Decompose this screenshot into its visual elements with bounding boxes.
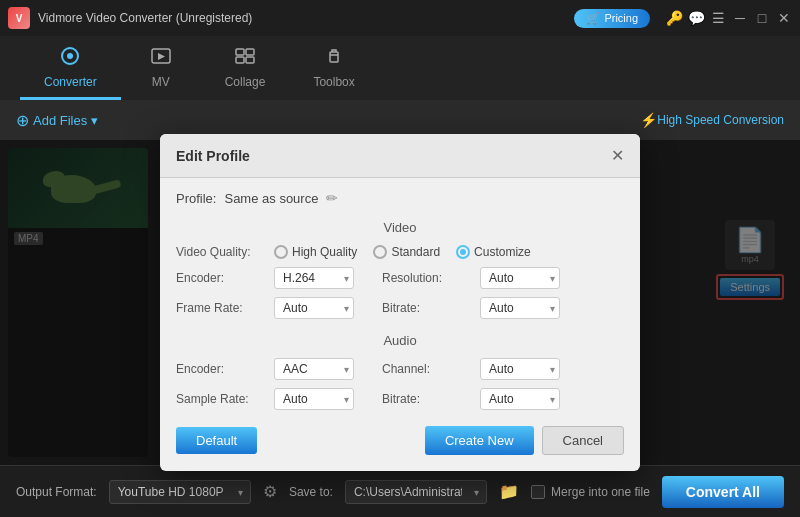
chat-icon-btn[interactable]: 💬 bbox=[688, 10, 704, 26]
edit-icon[interactable]: ✏ bbox=[326, 190, 338, 206]
audio-bitrate-select-wrapper: Auto bbox=[480, 388, 560, 410]
video-bitrate-select[interactable]: Auto bbox=[480, 297, 560, 319]
key-icon-btn[interactable]: 🔑 bbox=[666, 10, 682, 26]
standard-label: Standard bbox=[391, 245, 440, 259]
customize-option[interactable]: Customize bbox=[456, 245, 531, 259]
close-button[interactable]: ✕ bbox=[776, 10, 792, 26]
channel-select-wrapper: Auto bbox=[480, 358, 560, 380]
tab-mv[interactable]: MV bbox=[121, 38, 201, 100]
high-speed-button[interactable]: High Speed Conversion bbox=[657, 113, 784, 127]
app-logo: V bbox=[8, 7, 30, 29]
save-to-select-wrapper: C:\Users\Administrator\Desktop bbox=[345, 480, 487, 504]
modal-footer: Default Create New Cancel bbox=[176, 426, 624, 455]
mv-icon bbox=[150, 46, 172, 71]
resolution-select[interactable]: Auto bbox=[480, 267, 560, 289]
quality-label: Video Quality: bbox=[176, 245, 266, 259]
standard-radio[interactable] bbox=[373, 245, 387, 259]
high-quality-option[interactable]: High Quality bbox=[274, 245, 357, 259]
modal-close-button[interactable]: ✕ bbox=[611, 146, 624, 165]
toolbar-right: ⚡ High Speed Conversion bbox=[640, 112, 784, 128]
high-quality-radio[interactable] bbox=[274, 245, 288, 259]
plus-icon: ⊕ bbox=[16, 111, 29, 130]
framerate-select[interactable]: Auto bbox=[274, 297, 354, 319]
toolbox-label: Toolbox bbox=[313, 75, 354, 89]
video-bitrate-label: Bitrate: bbox=[382, 301, 472, 315]
merge-checkbox[interactable] bbox=[531, 485, 545, 499]
encoder-select-wrapper: H.264 bbox=[274, 267, 354, 289]
save-to-select[interactable]: C:\Users\Administrator\Desktop bbox=[345, 480, 487, 504]
pricing-label: Pricing bbox=[604, 12, 638, 24]
framerate-bitrate-row: Frame Rate: Auto Bitrate: Auto bbox=[176, 297, 624, 319]
high-speed-label: High Speed Conversion bbox=[657, 113, 784, 127]
audio-section-title: Audio bbox=[176, 333, 624, 348]
customize-radio[interactable] bbox=[456, 245, 470, 259]
folder-icon-btn[interactable]: 📁 bbox=[499, 482, 519, 501]
tab-collage[interactable]: Collage bbox=[201, 38, 290, 100]
video-encoder-label: Encoder: bbox=[176, 271, 266, 285]
audio-bitrate-select[interactable]: Auto bbox=[480, 388, 560, 410]
pricing-button[interactable]: 🛒 Pricing bbox=[574, 9, 650, 28]
window-controls: 🔑 💬 ☰ ─ □ ✕ bbox=[666, 10, 792, 26]
converter-label: Converter bbox=[44, 75, 97, 89]
maximize-button[interactable]: □ bbox=[754, 10, 770, 26]
converter-icon bbox=[59, 46, 81, 71]
output-format-label: Output Format: bbox=[16, 485, 97, 499]
profile-label: Profile: bbox=[176, 191, 216, 206]
collage-label: Collage bbox=[225, 75, 266, 89]
create-new-button[interactable]: Create New bbox=[425, 426, 534, 455]
audio-encoder-label: Encoder: bbox=[176, 362, 266, 376]
minimize-button[interactable]: ─ bbox=[732, 10, 748, 26]
default-button[interactable]: Default bbox=[176, 427, 257, 454]
bottom-bar: Output Format: YouTube HD 1080P ⚙ Save t… bbox=[0, 465, 800, 517]
standard-option[interactable]: Standard bbox=[373, 245, 440, 259]
samplerate-audiobitrate-row: Sample Rate: Auto Bitrate: Auto bbox=[176, 388, 624, 410]
merge-check[interactable]: Merge into one file bbox=[531, 485, 650, 499]
output-settings-icon-btn[interactable]: ⚙ bbox=[263, 482, 277, 501]
title-bar: V Vidmore Video Converter (Unregistered)… bbox=[0, 0, 800, 36]
svg-rect-3 bbox=[236, 49, 244, 55]
audio-bitrate-label: Bitrate: bbox=[382, 392, 472, 406]
menu-icon-btn[interactable]: ☰ bbox=[710, 10, 726, 26]
merge-label: Merge into one file bbox=[551, 485, 650, 499]
lightning-icon: ⚡ bbox=[640, 112, 657, 128]
edit-profile-modal: Edit Profile ✕ Profile: Same as source ✏… bbox=[160, 134, 640, 471]
modal-header: Edit Profile ✕ bbox=[160, 134, 640, 178]
app-title: Vidmore Video Converter (Unregistered) bbox=[38, 11, 566, 25]
audio-encoder-channel-row: Encoder: AAC Channel: Auto bbox=[176, 358, 624, 380]
output-format-select[interactable]: YouTube HD 1080P bbox=[109, 480, 251, 504]
add-dropdown-icon: ▾ bbox=[91, 113, 98, 128]
high-quality-label: High Quality bbox=[292, 245, 357, 259]
profile-row: Profile: Same as source ✏ bbox=[176, 190, 624, 206]
svg-rect-7 bbox=[330, 52, 338, 62]
svg-rect-4 bbox=[246, 49, 254, 55]
samplerate-label: Sample Rate: bbox=[176, 392, 266, 406]
mv-label: MV bbox=[152, 75, 170, 89]
modal-body: Profile: Same as source ✏ Video Video Qu… bbox=[160, 178, 640, 471]
quality-radio-group: High Quality Standard Customize bbox=[274, 245, 624, 259]
svg-rect-5 bbox=[236, 57, 244, 63]
save-to-label: Save to: bbox=[289, 485, 333, 499]
resolution-select-wrapper: Auto bbox=[480, 267, 560, 289]
samplerate-select[interactable]: Auto bbox=[274, 388, 354, 410]
svg-rect-6 bbox=[246, 57, 254, 63]
channel-select[interactable]: Auto bbox=[480, 358, 560, 380]
quality-row: Video Quality: High Quality Standard bbox=[176, 245, 624, 259]
resolution-label: Resolution: bbox=[382, 271, 472, 285]
cancel-button[interactable]: Cancel bbox=[542, 426, 624, 455]
toolbox-icon bbox=[323, 46, 345, 71]
tab-converter[interactable]: Converter bbox=[20, 38, 121, 100]
tab-toolbox[interactable]: Toolbox bbox=[289, 38, 378, 100]
profile-value: Same as source bbox=[224, 191, 318, 206]
convert-all-button[interactable]: Convert All bbox=[662, 476, 784, 508]
main-content: MP4 📄 mp4 Settings Edit Profile ✕ bbox=[0, 140, 800, 465]
channel-label: Channel: bbox=[382, 362, 472, 376]
add-files-button[interactable]: ⊕ Add Files ▾ bbox=[16, 111, 98, 130]
nav-tabs: Converter MV Collage Toolbox bbox=[0, 36, 800, 100]
video-encoder-select[interactable]: H.264 bbox=[274, 267, 354, 289]
audio-encoder-select[interactable]: AAC bbox=[274, 358, 354, 380]
footer-right-buttons: Create New Cancel bbox=[425, 426, 624, 455]
modal-overlay: Edit Profile ✕ Profile: Same as source ✏… bbox=[0, 140, 800, 465]
samplerate-select-wrapper: Auto bbox=[274, 388, 354, 410]
modal-title: Edit Profile bbox=[176, 148, 250, 164]
customize-label: Customize bbox=[474, 245, 531, 259]
